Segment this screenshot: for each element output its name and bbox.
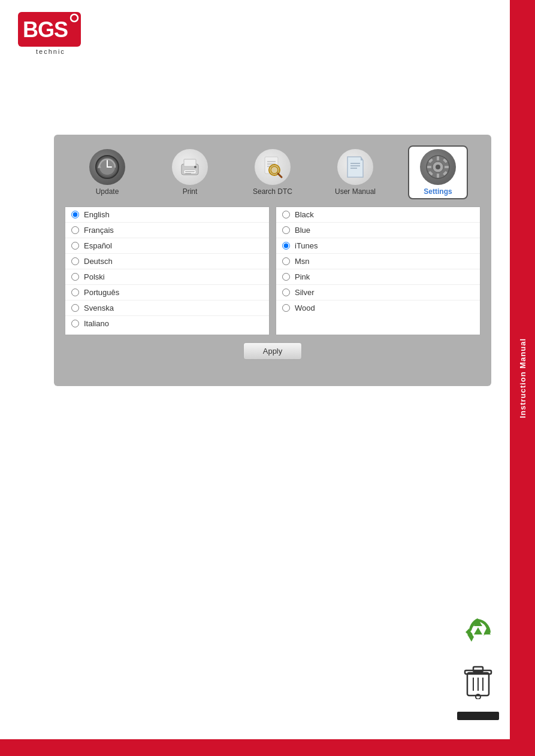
toolbar-print[interactable]: Print	[160, 149, 220, 196]
svg-rect-14	[185, 173, 191, 174]
bgs-logo: BGS technic	[18, 12, 84, 57]
theme-radio-black[interactable]	[282, 211, 290, 218]
theme-radio-wood[interactable]	[282, 304, 290, 312]
language-item-portugues[interactable]: Português	[65, 285, 269, 300]
apply-button[interactable]: Apply	[243, 342, 303, 360]
language-label-deutsch: Deutsch	[84, 257, 113, 266]
language-item-polski[interactable]: Polski	[65, 269, 269, 285]
search-dtc-label: Search DTC	[253, 187, 292, 196]
theme-label-silver: Silver	[295, 288, 315, 297]
svg-rect-33	[427, 166, 431, 168]
user-manual-label: User Manual	[335, 187, 376, 196]
theme-item-msn[interactable]: Msn	[276, 254, 480, 269]
language-radio-francais[interactable]	[71, 226, 79, 234]
svg-line-22	[278, 174, 282, 177]
theme-item-black[interactable]: Black	[276, 207, 480, 223]
toolbar-settings[interactable]: Settings	[408, 145, 468, 199]
theme-label-wood: Wood	[295, 303, 315, 312]
svg-rect-13	[185, 171, 195, 172]
toolbar-user-manual[interactable]: User Manual	[325, 149, 385, 196]
language-label-francais: Français	[84, 226, 114, 235]
language-item-italiano[interactable]: Italiano	[65, 316, 269, 331]
bottom-icons	[457, 615, 499, 720]
svg-rect-42	[473, 667, 483, 672]
language-radio-italiano[interactable]	[71, 320, 79, 327]
svg-point-15	[194, 166, 197, 168]
theme-radio-itune[interactable]	[282, 242, 290, 250]
theme-label-itune: iTunes	[295, 241, 318, 250]
language-radio-english[interactable]	[71, 211, 79, 218]
language-panel[interactable]: EnglishFrançaisEspañolDeutschPolskiPortu…	[65, 207, 270, 335]
language-label-portugues: Português	[84, 288, 119, 297]
language-label-italiano: Italiano	[84, 319, 109, 328]
theme-item-itune[interactable]: iTunes	[276, 238, 480, 254]
language-radio-svenska[interactable]	[71, 304, 79, 312]
right-sidebar: Instruction Manual	[510, 0, 535, 756]
language-radio-polski[interactable]	[71, 273, 79, 281]
user-manual-icon-bg	[337, 149, 373, 185]
language-item-english[interactable]: English	[65, 207, 269, 223]
content-area: EnglishFrançaisEspañolDeutschPolskiPortu…	[60, 207, 485, 335]
svg-rect-32	[437, 174, 439, 178]
svg-rect-34	[445, 166, 449, 168]
user-manual-icon	[343, 154, 368, 180]
search-dtc-icon	[260, 154, 285, 180]
toolbar: Update Print	[60, 141, 485, 207]
theme-item-wood[interactable]: Wood	[276, 300, 480, 315]
language-label-espanol: Español	[84, 241, 112, 250]
language-item-francais[interactable]: Français	[65, 223, 269, 238]
toolbar-update[interactable]: Update	[77, 149, 137, 196]
language-radio-espanol[interactable]	[71, 242, 79, 250]
theme-label-msn: Msn	[295, 257, 310, 266]
screenshot-container: Update Print	[54, 135, 491, 386]
language-radio-deutsch[interactable]	[71, 257, 79, 265]
language-item-espanol[interactable]: Español	[65, 238, 269, 254]
language-radio-portugues[interactable]	[71, 289, 79, 296]
language-item-deutsch[interactable]: Deutsch	[65, 254, 269, 269]
black-bar	[457, 712, 499, 720]
language-label-svenska: Svenska	[84, 303, 114, 312]
update-icon	[95, 154, 120, 180]
theme-panel[interactable]: BlackBlueiTunesMsnPinkSilverWood	[276, 207, 480, 335]
settings-icon	[425, 154, 451, 180]
svg-rect-31	[437, 156, 439, 160]
sidebar-label: Instruction Manual	[518, 338, 527, 418]
print-icon	[177, 154, 202, 180]
update-label: Update	[96, 187, 119, 196]
settings-label: Settings	[424, 187, 452, 196]
theme-item-pink[interactable]: Pink	[276, 269, 480, 285]
svg-rect-11	[184, 159, 196, 166]
svg-point-21	[271, 166, 278, 174]
theme-radio-silver[interactable]	[282, 289, 290, 296]
theme-item-silver[interactable]: Silver	[276, 285, 480, 300]
theme-radio-pink[interactable]	[282, 273, 290, 281]
toolbar-search-dtc[interactable]: Search DTC	[243, 149, 303, 196]
update-icon-bg	[89, 149, 125, 185]
theme-label-black: Black	[295, 210, 314, 219]
theme-radio-msn[interactable]	[282, 257, 290, 265]
recycle-icon	[461, 615, 495, 657]
search-dtc-icon-bg	[255, 149, 291, 185]
language-label-polski: Polski	[84, 272, 105, 281]
weee-icon	[463, 663, 494, 706]
svg-text:BGS: BGS	[23, 17, 68, 42]
language-item-svenska[interactable]: Svenska	[65, 300, 269, 316]
theme-label-pink: Pink	[295, 272, 310, 281]
bottom-bar	[0, 739, 535, 756]
theme-label-blue: Blue	[295, 226, 310, 235]
theme-item-blue[interactable]: Blue	[276, 223, 480, 238]
print-label: Print	[183, 187, 198, 196]
print-icon-bg	[172, 149, 208, 185]
language-label-english: English	[84, 210, 110, 219]
theme-radio-blue[interactable]	[282, 226, 290, 234]
settings-icon-bg	[420, 149, 456, 185]
logo-area: BGS technic	[18, 12, 84, 59]
svg-point-30	[436, 165, 440, 169]
apply-row: Apply	[60, 335, 485, 363]
svg-text:technic: technic	[36, 48, 65, 55]
